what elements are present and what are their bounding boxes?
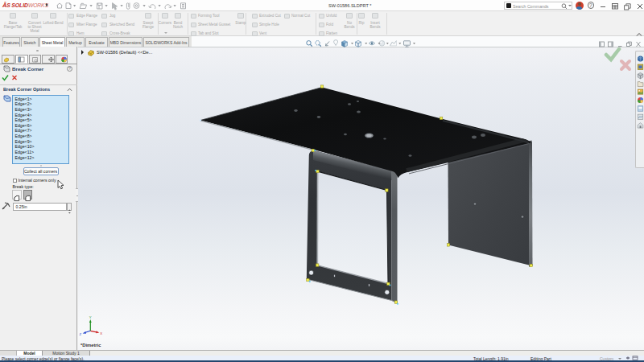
svg-text:Y: Y — [89, 315, 92, 319]
svg-text:Z: Z — [80, 332, 82, 336]
svg-text:X: X — [100, 331, 102, 335]
